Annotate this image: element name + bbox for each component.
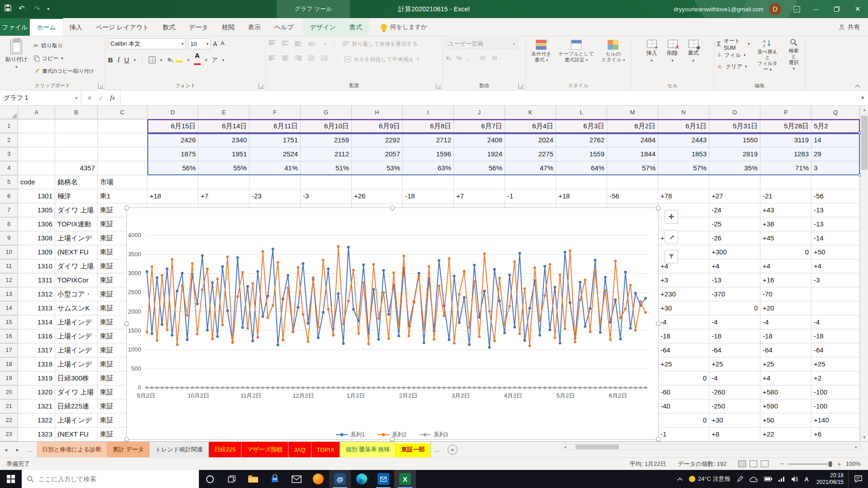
cell-K4[interactable]: 47% [505, 161, 556, 175]
redo-icon[interactable]: ↷ [34, 0, 40, 18]
tab-view[interactable]: 表示 [241, 18, 268, 36]
cell-Q12[interactable]: -3 [811, 273, 860, 287]
autosum-button[interactable]: Σオート SUM▾ [717, 39, 750, 48]
align-right-icon[interactable] [295, 55, 302, 63]
cell-O15[interactable]: -4 [709, 315, 760, 329]
cell-A19[interactable]: 1319 [18, 371, 55, 385]
scroll-left-icon[interactable]: ◄ [562, 445, 568, 449]
cell-G4[interactable]: 51% [301, 161, 352, 175]
cell-Q10[interactable]: +50 [811, 245, 860, 259]
cell-H2[interactable]: 2292 [352, 133, 403, 147]
font-dialog-launcher[interactable] [259, 83, 264, 89]
cell-O6[interactable]: +27 [709, 189, 760, 203]
align-left-icon[interactable] [269, 55, 275, 63]
vertical-scroll-thumb[interactable] [861, 116, 868, 170]
row-header-22[interactable]: 22 [0, 413, 18, 427]
col-header-F[interactable]: F [250, 106, 301, 119]
cell-O20[interactable]: -260 [709, 385, 760, 399]
cell-P17[interactable]: -64 [760, 343, 811, 357]
cell-P7[interactable]: +43 [760, 203, 811, 217]
cell-A11[interactable]: 1310 [18, 259, 55, 273]
edge-button[interactable] [351, 470, 373, 488]
cell-Q9[interactable]: -14 [811, 231, 860, 245]
cell-N14[interactable]: +30 [658, 301, 709, 315]
sheet-tab-JAQ[interactable]: JAQ [288, 442, 311, 457]
row-header-19[interactable]: 19 [0, 371, 18, 385]
cell-B14[interactable]: サムスンK [55, 301, 98, 315]
cell-J4[interactable]: 56% [454, 161, 505, 175]
font-size-combo[interactable]: 10▾ [188, 38, 211, 49]
cell-L4[interactable]: 64% [556, 161, 607, 175]
cell-B22[interactable]: 上場インデ [55, 413, 98, 427]
cell-H1[interactable]: 6月9日 [352, 119, 403, 133]
tab-insert[interactable]: 挿入 [63, 18, 89, 36]
account-avatar[interactable]: D [769, 3, 781, 15]
cell-G6[interactable]: -3 [301, 189, 352, 203]
sheet-tab-マザーズ指標[interactable]: マザーズ指標 [241, 442, 288, 457]
sheet-tab-東証一部[interactable]: 東証一部 [396, 442, 431, 457]
cell-A23[interactable]: 1323 [18, 427, 55, 441]
cell-L6[interactable]: +18 [556, 189, 607, 203]
cell-P9[interactable]: +45 [760, 231, 811, 245]
cell-B23[interactable]: (NEXT FU [55, 427, 98, 441]
new-sheet-button[interactable]: ＋ [448, 445, 458, 455]
cell-B6[interactable]: 極洋 [55, 189, 98, 203]
cell-J6[interactable]: +7 [454, 189, 505, 203]
row-header-13[interactable]: 13 [0, 287, 18, 301]
cell-O23[interactable]: +8 [709, 427, 760, 441]
cell-L1[interactable]: 6月3日 [556, 119, 607, 133]
cell-B19[interactable]: 日経300株 [55, 371, 98, 385]
font-color-button[interactable]: A [194, 53, 201, 67]
wrap-text-button[interactable]: 折り返して全体を表示する [343, 38, 418, 49]
cell-P1[interactable]: 5月28日 [760, 119, 811, 133]
row-header-1[interactable]: 1 [0, 119, 18, 133]
cell-F6[interactable]: -23 [250, 189, 301, 203]
cell-D5[interactable] [147, 175, 198, 189]
sheet-tab-日別と株価による診断[interactable]: 日別と株価による診断 [37, 442, 107, 457]
borders-button[interactable] [149, 56, 156, 63]
cell-B8[interactable]: TOPIX連動 [55, 217, 98, 231]
chart-elements-button[interactable]: + [665, 210, 678, 224]
cell-Q11[interactable]: +4 [811, 259, 860, 273]
number-dialog-launcher[interactable] [519, 83, 524, 89]
row-header-16[interactable]: 16 [0, 329, 18, 343]
cell-I3[interactable]: 1596 [403, 147, 454, 161]
cell-M4[interactable]: 57% [607, 161, 658, 175]
col-header-K[interactable]: K [505, 106, 556, 119]
cell-B21[interactable]: 日経225連 [55, 399, 98, 413]
row-header-15[interactable]: 15 [0, 315, 18, 329]
cell-O7[interactable]: -24 [709, 203, 760, 217]
network-tray-icon[interactable] [775, 470, 788, 488]
row-header-6[interactable]: 6 [0, 189, 18, 203]
cell-B10[interactable]: (NEXT FU [55, 245, 98, 259]
cell-E6[interactable]: +7 [198, 189, 250, 203]
sheet-tab-トレンド統計関連[interactable]: トレンド統計関連 [150, 442, 208, 457]
tab-page-layout[interactable]: ページ レイアウト [89, 18, 156, 36]
cell-N21[interactable]: -40 [658, 399, 709, 413]
page-break-view-icon[interactable] [761, 460, 769, 467]
share-button[interactable]: 共有 [830, 18, 868, 36]
cell-B2[interactable] [55, 133, 98, 147]
cell-E1[interactable]: 6月14日 [198, 119, 250, 133]
cell-N17[interactable]: -64 [658, 343, 709, 357]
cell-H6[interactable]: +26 [352, 189, 403, 203]
align-bottom-icon[interactable] [295, 40, 302, 48]
increase-decimal-button[interactable]: ←.00 [475, 56, 486, 61]
cloud-tray-icon[interactable] [746, 470, 761, 488]
cell-C5[interactable]: 市場 [98, 175, 147, 189]
search-input[interactable] [38, 475, 174, 483]
cell-A6[interactable]: 1301 [18, 189, 55, 203]
cell-P12[interactable]: +16 [760, 273, 811, 287]
cell-A20[interactable]: 1320 [18, 385, 55, 399]
cell-C1[interactable] [98, 119, 147, 133]
cell-G1[interactable]: 6月10日 [301, 119, 352, 133]
cell-N23[interactable]: -1 [658, 427, 709, 441]
cell-O3[interactable]: 2819 [709, 147, 760, 161]
cell-O4[interactable]: 35% [709, 161, 760, 175]
tab-home[interactable]: ホーム [30, 18, 63, 36]
cell-E4[interactable]: 55% [198, 161, 250, 175]
row-header-2[interactable]: 2 [0, 133, 18, 147]
volume-tray-icon[interactable] [788, 470, 802, 488]
cell-M5[interactable] [607, 175, 658, 189]
zoom-in-icon[interactable]: ＋ [836, 460, 842, 468]
